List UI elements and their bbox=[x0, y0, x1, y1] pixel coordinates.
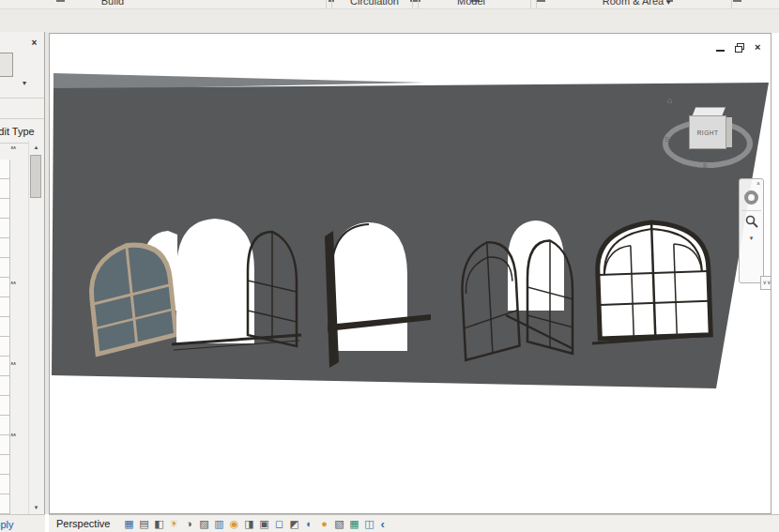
palette-divider bbox=[0, 98, 44, 99]
visual-style-icon[interactable]: ◧ bbox=[151, 516, 166, 531]
home-icon[interactable]: ⌂ bbox=[667, 96, 672, 105]
restore-front-shape bbox=[735, 46, 742, 53]
ribbon-panel-separator bbox=[331, 0, 332, 8]
scrollbar-thumb[interactable] bbox=[30, 155, 41, 198]
ribbon: Build Circulation Model Room & Area▾ bbox=[0, 0, 779, 9]
close-icon[interactable]: × bbox=[27, 37, 41, 50]
zoom-dropdown-icon[interactable]: ▾ bbox=[750, 235, 754, 242]
compass-east-label[interactable]: E bbox=[703, 161, 708, 170]
view-type-label: Perspective bbox=[56, 518, 110, 529]
type-selector-dropdown-icon[interactable]: ▾ bbox=[23, 79, 26, 87]
ribbon-icon-fragment bbox=[733, 0, 741, 2]
group-collapse-icon[interactable]: ∧∧ bbox=[10, 432, 15, 437]
properties-palette: × ▾ Edit Type ∧∧ ∧∧ ∧∧ ∧∧ ▲ ▼ bbox=[0, 32, 45, 514]
apply-button[interactable]: Apply bbox=[0, 517, 14, 532]
scroll-down-button[interactable]: ▼ bbox=[29, 501, 43, 514]
edit-type-label: Edit Type bbox=[0, 123, 35, 140]
3d-scene[interactable] bbox=[50, 34, 771, 514]
minimize-icon[interactable] bbox=[716, 50, 725, 52]
unlocked-3d-view-icon[interactable]: ◩ bbox=[286, 516, 301, 531]
view-window-controls: × bbox=[716, 41, 760, 53]
chevron-down-icon: ▾ bbox=[666, 0, 670, 7]
lighting-icon[interactable]: ◉ bbox=[226, 516, 241, 531]
viewbar-icons: ▦▤◧☀◑▨▥◉◨▣◻◩◐●▧▦◫ bbox=[121, 516, 376, 531]
window-5[interactable] bbox=[596, 220, 710, 339]
drawing-area[interactable]: × ⌂ S E RIGHT × ▾ ∨∨ bbox=[49, 33, 771, 514]
ribbon-icon-fragment bbox=[56, 0, 65, 2]
opening-shape bbox=[176, 219, 254, 343]
compass-south-label[interactable]: S bbox=[664, 135, 669, 144]
ribbon-panel-circulation[interactable]: Circulation bbox=[336, 0, 413, 7]
ribbon-panel-model[interactable]: Model bbox=[447, 0, 496, 7]
group-collapse-icon[interactable]: ∧∧ bbox=[10, 144, 15, 150]
ribbon-lower-band bbox=[0, 9, 779, 33]
sketchy-lines-icon[interactable]: ▨ bbox=[196, 516, 211, 531]
palette-divider bbox=[0, 118, 44, 119]
ribbon-panel-room-area[interactable]: Room & Area▾ bbox=[588, 0, 685, 7]
parameter-rows bbox=[0, 160, 10, 514]
show-crop-region-icon[interactable]: ◻ bbox=[271, 516, 286, 531]
ribbon-panel-separator bbox=[326, 0, 327, 8]
revit-application-window: Build Circulation Model Room & Area▾ × ▾… bbox=[0, 0, 779, 532]
expand-icon[interactable]: ‹ bbox=[380, 517, 384, 531]
steering-wheel-icon[interactable] bbox=[744, 190, 758, 205]
photographic-exposure-icon[interactable]: ◨ bbox=[241, 516, 256, 531]
zoom-icon[interactable] bbox=[745, 215, 758, 232]
navigation-bar-collapse-icon[interactable]: ∨∨ bbox=[760, 276, 771, 290]
navigation-bar-close-icon[interactable]: × bbox=[756, 179, 763, 188]
temporary-hide-isolate-icon[interactable]: ◐ bbox=[301, 516, 316, 531]
ribbon-panel-separator bbox=[418, 0, 419, 8]
opening-shape bbox=[331, 222, 407, 351]
crop-view-icon[interactable]: ▣ bbox=[256, 516, 271, 531]
window-opening-3[interactable] bbox=[331, 222, 407, 351]
reveal-constraints-icon[interactable]: ◫ bbox=[361, 516, 376, 531]
ribbon-panel-separator bbox=[731, 0, 732, 8]
navigation-bar-divider bbox=[741, 210, 761, 211]
type-preview-thumbnail[interactable] bbox=[0, 53, 13, 77]
scroll-up-button[interactable]: ▲ bbox=[29, 141, 43, 154]
view-control-bar: Perspective ▦▤◧☀◑▨▥◉◨▣◻◩◐●▧▦◫ ‹ bbox=[49, 514, 779, 532]
viewcube[interactable]: RIGHT bbox=[689, 115, 726, 149]
reveal-hidden-elements-icon[interactable]: ● bbox=[316, 516, 331, 531]
ribbon-panel-separator bbox=[530, 0, 531, 8]
ribbon-icon-fragment bbox=[537, 0, 545, 2]
edit-type-button[interactable]: Edit Type bbox=[0, 123, 44, 140]
navigation-bar: × ▾ bbox=[739, 178, 764, 283]
sun-path-icon[interactable]: ☀ bbox=[166, 516, 181, 531]
depth-cueing-icon[interactable]: ▥ bbox=[211, 516, 226, 531]
ribbon-panel-build[interactable]: Build bbox=[83, 0, 143, 7]
detail-level-icon[interactable]: ▤ bbox=[136, 516, 151, 531]
window-opening-2[interactable] bbox=[176, 219, 254, 343]
apply-bar: Apply bbox=[0, 514, 45, 532]
show-analytical-model-icon[interactable]: ▦ bbox=[346, 516, 361, 531]
group-collapse-icon[interactable]: ∧∧ bbox=[10, 280, 15, 285]
ribbon-panel-separator bbox=[536, 0, 537, 8]
close-icon[interactable]: × bbox=[755, 41, 760, 53]
scale-icon[interactable]: ▦ bbox=[121, 516, 136, 531]
temporary-view-properties-icon[interactable]: ▧ bbox=[331, 516, 346, 531]
viewcube-side-face[interactable] bbox=[726, 117, 732, 147]
ribbon-panel-room-area-label: Room & Area bbox=[603, 0, 664, 7]
shadows-icon[interactable]: ◑ bbox=[181, 516, 196, 531]
group-collapse-icon[interactable]: ∧∧ bbox=[10, 360, 15, 366]
palette-scrollbar[interactable]: ▲ ▼ bbox=[28, 141, 44, 514]
restore-icon[interactable] bbox=[735, 43, 744, 53]
